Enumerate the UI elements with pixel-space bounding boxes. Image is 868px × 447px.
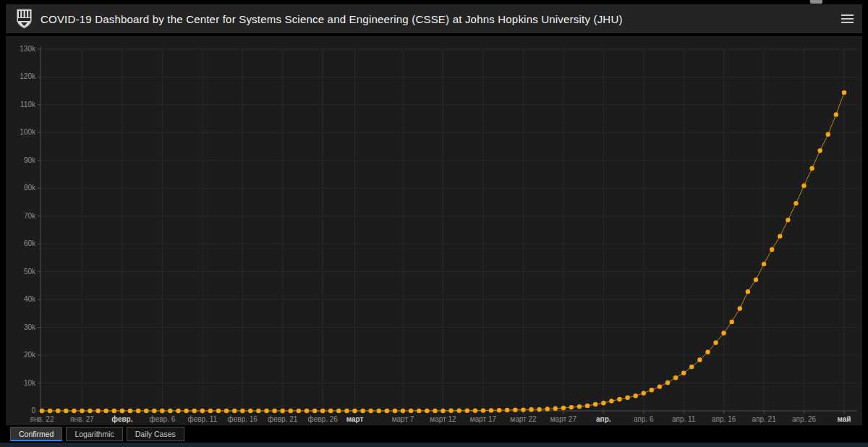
svg-text:120k: 120k (20, 72, 36, 80)
svg-text:130k: 130k (20, 45, 36, 53)
svg-text:март 27: март 27 (550, 415, 577, 423)
scrollbar-thumb[interactable] (810, 0, 822, 4)
svg-text:80k: 80k (24, 184, 36, 192)
svg-text:0: 0 (31, 406, 35, 414)
svg-text:10k: 10k (24, 379, 36, 387)
svg-text:апр. 11: апр. 11 (672, 415, 696, 423)
svg-text:март 17: март 17 (470, 415, 497, 423)
svg-text:30k: 30k (24, 323, 36, 331)
tab-logarithmic[interactable]: Logarithmic (66, 427, 122, 441)
cases-chart-panel: 010k20k30k40k50k60k70k80k90k100k110k120k… (6, 36, 862, 425)
svg-text:апр. 21: апр. 21 (752, 415, 776, 423)
svg-text:70k: 70k (24, 212, 36, 220)
svg-text:март 12: март 12 (430, 415, 456, 423)
page-title: COVID-19 Dashboard by the Center for Sys… (41, 13, 623, 25)
svg-text:90k: 90k (24, 156, 36, 164)
svg-text:110k: 110k (20, 101, 36, 108)
svg-text:янв. 27: янв. 27 (70, 415, 94, 423)
svg-text:апр. 26: апр. 26 (792, 415, 817, 423)
svg-text:апр. 6: апр. 6 (634, 415, 654, 423)
svg-text:февр. 16: февр. 16 (228, 415, 258, 423)
header-bar: COVID-19 Dashboard by the Center for Sys… (6, 4, 862, 33)
svg-text:50k: 50k (24, 268, 36, 276)
svg-text:февр. 6: февр. 6 (149, 415, 175, 423)
tab-confirmed[interactable]: Confirmed (10, 427, 62, 441)
svg-text:март 22: март 22 (510, 415, 537, 423)
chart-tabs: Confirmed Logarithmic Daily Cases (10, 427, 184, 441)
svg-text:100k: 100k (20, 128, 36, 136)
svg-text:60k: 60k (24, 239, 36, 247)
svg-text:апр.: апр. (596, 415, 611, 423)
window-bottom-edge (0, 443, 868, 447)
tab-daily-cases[interactable]: Daily Cases (127, 427, 184, 441)
svg-text:март 7: март 7 (392, 415, 414, 423)
svg-text:40k: 40k (24, 295, 36, 303)
svg-text:март: март (346, 415, 364, 423)
svg-text:февр. 21: февр. 21 (268, 415, 298, 423)
confirmed-cases-line-chart[interactable]: 010k20k30k40k50k60k70k80k90k100k110k120k… (6, 36, 862, 425)
hamburger-menu-icon[interactable] (838, 12, 854, 25)
svg-text:апр. 16: апр. 16 (712, 415, 736, 423)
svg-text:февр.: февр. (111, 415, 132, 423)
jhu-shield-icon (16, 9, 33, 29)
svg-text:20k: 20k (24, 351, 36, 359)
svg-text:май: май (838, 415, 851, 423)
svg-text:февр. 26: февр. 26 (307, 415, 338, 423)
svg-text:февр. 11: февр. 11 (187, 415, 217, 423)
svg-text:янв. 22: янв. 22 (30, 415, 54, 423)
